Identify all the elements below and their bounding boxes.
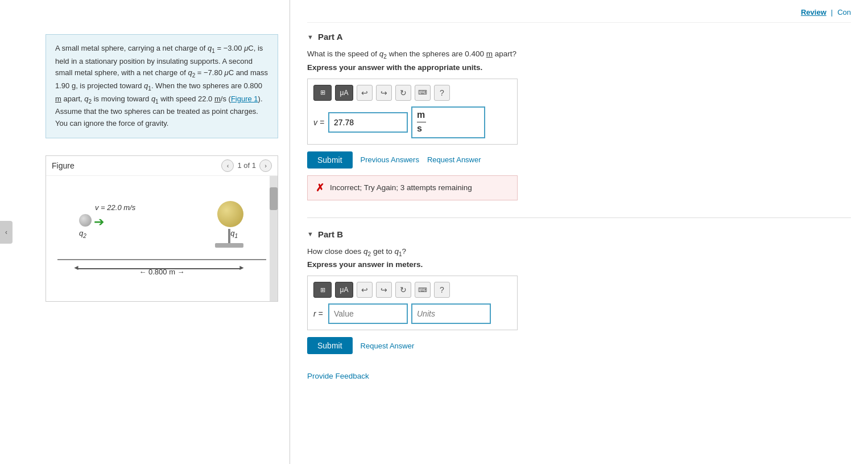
collapse-arrow[interactable]: ‹	[0, 221, 13, 244]
undo-btn[interactable]: ↩	[357, 85, 373, 101]
figure-nav: ‹ 1 of 1 ›	[221, 159, 272, 172]
part-b-toolbar: ⊞ μA ↩ ↪ ↻ ⌨ ?	[313, 282, 511, 298]
part-b-input-row: r =	[313, 303, 511, 324]
part-b-mu-icon: μA	[340, 286, 349, 294]
part-b-instruction: Express your answer in meters.	[307, 260, 851, 269]
part-a-submit-btn[interactable]: Submit	[307, 151, 353, 169]
refresh-icon: ↻	[400, 88, 407, 97]
part-b-var-label: r =	[313, 309, 325, 318]
part-b-value-input[interactable]	[328, 303, 408, 324]
part-a-instruction: Express your answer with the appropriate…	[307, 63, 851, 72]
mu-icon: μA	[340, 89, 349, 97]
part-b-request-answer-link[interactable]: Request Answer	[361, 342, 415, 350]
q1-label: q1	[230, 229, 238, 239]
distance-label: ← 0.800 m →	[46, 268, 278, 276]
figure-prev-btn[interactable]: ‹	[221, 159, 234, 172]
stand-base	[215, 243, 243, 248]
part-b-undo-icon: ↩	[361, 285, 368, 294]
part-b-keyboard-icon: ⌨	[418, 286, 427, 294]
part-b-undo-btn[interactable]: ↩	[357, 282, 373, 298]
part-a-var-label: v =	[313, 118, 325, 127]
help-btn-a[interactable]: ?	[434, 85, 450, 101]
part-b-matrix-icon: ⊞	[320, 286, 325, 294]
part-a-toolbar: ⊞ μA ↩ ↪ ↻ ⌨ ?	[313, 85, 511, 101]
figure-canvas: ➔ v = 22.0 m/s q2 q1	[46, 176, 278, 301]
con-link[interactable]: Con	[837, 8, 851, 17]
figure-section: Figure ‹ 1 of 1 › ➔ v = 22.0 m/s q2	[46, 155, 278, 302]
part-a-submit-row: Submit Previous Answers Request Answer	[307, 151, 851, 169]
velocity-arrow: ➔	[94, 215, 104, 229]
part-b-units-input[interactable]	[411, 303, 491, 324]
q2-sphere	[79, 214, 92, 227]
help-btn-b[interactable]: ?	[434, 282, 450, 298]
part-b-redo-btn[interactable]: ↪	[376, 282, 392, 298]
part-a-request-answer-link[interactable]: Request Answer	[427, 155, 481, 164]
stand-pole	[228, 229, 230, 245]
error-icon: ✗	[316, 182, 324, 194]
provide-feedback-link[interactable]: Provide Feedback	[307, 372, 369, 380]
part-b-refresh-btn[interactable]: ↻	[395, 282, 411, 298]
part-a-units-num: m	[417, 109, 426, 122]
undo-icon: ↩	[361, 88, 368, 97]
right-panel: Review | Con ▼ Part A What is the speed …	[290, 0, 868, 464]
nav-separator: |	[831, 8, 833, 17]
mu-btn[interactable]: μA	[335, 85, 353, 101]
help-icon-b: ?	[440, 285, 444, 294]
part-a-collapse-icon[interactable]: ▼	[307, 34, 313, 40]
ground-line	[57, 259, 266, 260]
left-panel: ‹ A small metal sphere, carrying a net c…	[0, 0, 290, 464]
part-a-title: Part A	[318, 32, 343, 42]
scroll-area[interactable]	[270, 176, 278, 301]
part-a-value-input[interactable]	[328, 112, 408, 133]
figure-title: Figure	[52, 161, 75, 170]
matrix-icon: ⊞	[320, 89, 325, 96]
part-b-refresh-icon: ↻	[400, 285, 407, 294]
part-b-title: Part B	[318, 229, 343, 239]
part-a-units-box[interactable]: m s	[411, 106, 485, 138]
part-b-answer-box: ⊞ μA ↩ ↪ ↻ ⌨ ?	[307, 276, 518, 330]
part-a-section: ▼ Part A What is the speed of q2 when th…	[307, 32, 851, 200]
part-b-matrix-btn[interactable]: ⊞	[313, 282, 332, 298]
part-b-redo-icon: ↪	[381, 285, 387, 294]
part-b-question: How close does q2 get to q1?	[307, 247, 851, 257]
figure-next-btn[interactable]: ›	[259, 159, 272, 172]
part-a-question: What is the speed of q2 when the spheres…	[307, 50, 851, 60]
part-a-error-box: ✗ Incorrect; Try Again; 3 attempts remai…	[307, 175, 518, 200]
top-nav: Review | Con	[307, 6, 851, 23]
keyboard-btn[interactable]: ⌨	[415, 85, 431, 101]
q2-label: q2	[79, 229, 86, 239]
part-b-section: ▼ Part B How close does q2 get to q1? Ex…	[307, 229, 851, 355]
redo-btn[interactable]: ↪	[376, 85, 392, 101]
part-b-keyboard-btn[interactable]: ⌨	[415, 282, 431, 298]
part-a-header: ▼ Part A	[307, 32, 851, 42]
part-a-previous-answers-link[interactable]: Previous Answers	[361, 155, 419, 164]
redo-icon: ↪	[381, 88, 387, 97]
matrix-btn[interactable]: ⊞	[313, 85, 332, 101]
scrollbar-thumb[interactable]	[270, 187, 278, 210]
error-message: Incorrect; Try Again; 3 attempts remaini…	[330, 183, 472, 192]
review-link[interactable]: Review	[801, 8, 826, 17]
part-a-units-den: s	[417, 122, 422, 135]
figure-header: Figure ‹ 1 of 1 ›	[46, 156, 278, 176]
part-b-collapse-icon[interactable]: ▼	[307, 231, 313, 237]
part-a-input-row: v = m s	[313, 106, 511, 138]
part-b-header: ▼ Part B	[307, 229, 851, 239]
diagram: ➔ v = 22.0 m/s q2 q1	[46, 176, 278, 284]
problem-text: A small metal sphere, carrying a net cha…	[46, 34, 278, 138]
part-b-submit-btn[interactable]: Submit	[307, 337, 353, 354]
part-b-submit-row: Submit Request Answer	[307, 337, 851, 354]
part-b-mu-btn[interactable]: μA	[335, 282, 353, 298]
refresh-btn[interactable]: ↻	[395, 85, 411, 101]
velocity-label: v = 22.0 m/s	[95, 203, 135, 212]
problem-content: A small metal sphere, carrying a net cha…	[55, 44, 268, 128]
figure-page: 1 of 1	[237, 161, 256, 170]
help-icon-a: ?	[440, 88, 444, 97]
part-a-answer-box: ⊞ μA ↩ ↪ ↻ ⌨ ?	[307, 79, 518, 145]
part-a-units-fraction: m s	[417, 109, 426, 135]
keyboard-icon: ⌨	[418, 89, 427, 96]
q1-sphere	[217, 201, 243, 227]
section-divider	[307, 217, 851, 218]
